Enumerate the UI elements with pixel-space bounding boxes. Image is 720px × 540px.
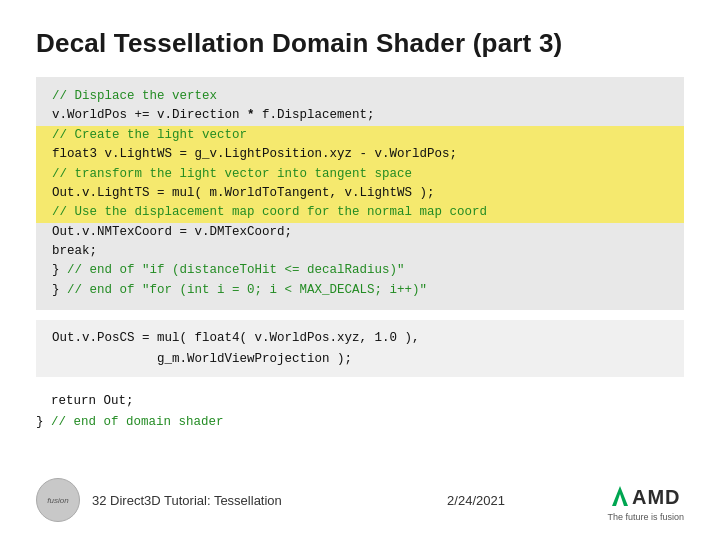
- code-line-6: Out.v.LightTS = mul( m.WorldToTangent, v…: [36, 184, 684, 203]
- footer-tutorial-text: 32 Direct3D Tutorial: Tessellation: [92, 493, 348, 508]
- fusion-logo-text: fusion: [47, 496, 68, 505]
- footer-date: 2/24/2021: [348, 493, 604, 508]
- amd-svg-logo: AMD: [604, 478, 684, 514]
- amd-logo: AMD The future is fusion: [604, 478, 684, 522]
- slide: Decal Tessellation Domain Shader (part 3…: [0, 0, 720, 540]
- code-plain-line-1: Out.v.PosCS = mul( float4( v.WorldPos.xy…: [52, 331, 420, 345]
- code-return-block: return Out; } // end of domain shader: [36, 387, 684, 436]
- code-line-8: Out.v.NMTexCoord = v.DMTexCoord;: [52, 225, 292, 239]
- code-block-highlighted: // Displace the vertex v.WorldPos += v.D…: [36, 77, 684, 310]
- code-line-10: } // end of "if (distanceToHit <= decalR…: [52, 263, 405, 277]
- svg-marker-0: [612, 486, 628, 506]
- page-number: 32: [92, 493, 106, 508]
- code-line-9: break;: [52, 244, 97, 258]
- fusion-logo: fusion: [36, 478, 80, 522]
- code-line-7: // Use the displacement map coord for th…: [36, 203, 684, 222]
- page-title: Decal Tessellation Domain Shader (part 3…: [36, 28, 684, 59]
- amd-logo-graphic: AMD: [604, 478, 684, 514]
- tutorial-text: Direct3D Tutorial: Tessellation: [110, 493, 282, 508]
- code-plain-line-2: g_m.WorldViewProjection );: [52, 352, 352, 366]
- footer: fusion 32 Direct3D Tutorial: Tessellatio…: [0, 478, 720, 522]
- code-line-5: // transform the light vector into tange…: [36, 165, 684, 184]
- code-line-1: // Displace the vertex: [52, 89, 217, 103]
- code-return-line-1: return Out;: [36, 394, 134, 408]
- amd-tagline: The future is fusion: [607, 512, 684, 522]
- code-block-plain: Out.v.PosCS = mul( float4( v.WorldPos.xy…: [36, 320, 684, 377]
- code-return-line-2: } // end of domain shader: [36, 415, 224, 429]
- code-line-4: float3 v.LightWS = g_v.LightPosition.xyz…: [36, 145, 684, 164]
- code-line-3: // Create the light vector: [36, 126, 684, 145]
- code-line-2: v.WorldPos += v.Direction * f.Displaceme…: [52, 108, 375, 122]
- svg-text:AMD: AMD: [632, 486, 681, 508]
- code-line-11: } // end of "for (int i = 0; i < MAX_DEC…: [52, 283, 427, 297]
